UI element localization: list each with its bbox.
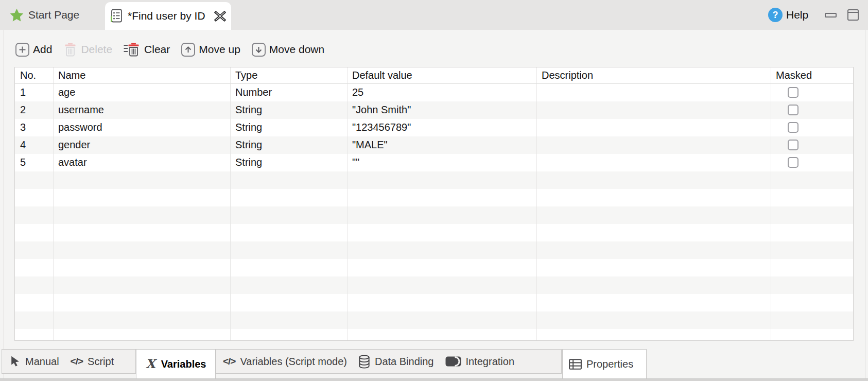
cell-empty (54, 329, 231, 341)
column-header-type[interactable]: Type (231, 67, 348, 83)
cell-empty (15, 241, 54, 259)
cell-no: 3 (15, 119, 54, 136)
cell-empty (54, 311, 231, 329)
cell-empty (54, 294, 231, 311)
empty-table-row[interactable] (15, 294, 853, 311)
empty-table-row[interactable] (15, 259, 853, 276)
cell-empty (771, 276, 853, 294)
app-window: Start Page *Find user by ID ? Help (0, 0, 868, 381)
code-icon: </> (223, 356, 235, 367)
tab-script[interactable]: </> Script (71, 350, 114, 373)
add-button[interactable]: Add (15, 43, 52, 57)
help-label: Help (786, 9, 808, 21)
tab-variables-script-mode[interactable]: </> Variables (Script mode) (223, 350, 347, 373)
masked-checkbox[interactable] (788, 105, 798, 115)
empty-table-row[interactable] (15, 224, 853, 241)
tab-find-user-by-id-label: *Find user by ID (128, 10, 205, 22)
table-header-row: No. Name Type Default value Description … (15, 67, 853, 84)
column-header-default-value[interactable]: Default value (348, 67, 537, 83)
variables-table: No. Name Type Default value Description … (14, 67, 854, 341)
cell-empty (537, 171, 771, 189)
tab-script-label: Script (88, 356, 114, 368)
cell-empty (771, 171, 853, 189)
table-row[interactable]: 1ageNumber25 (15, 84, 853, 101)
tab-integration[interactable]: Integration (445, 350, 515, 373)
cell-description (537, 84, 771, 101)
tab-start-page[interactable]: Start Page (0, 0, 105, 30)
empty-table-row[interactable] (15, 171, 853, 189)
delete-button[interactable]: Delete (63, 42, 112, 57)
tab-manual[interactable]: Manual (10, 350, 59, 373)
tab-find-user-by-id[interactable]: *Find user by ID (105, 2, 231, 30)
empty-table-row[interactable] (15, 189, 853, 206)
minimize-button[interactable] (825, 13, 837, 18)
cell-type: String (231, 101, 348, 119)
star-icon (10, 8, 24, 22)
cell-empty (15, 171, 54, 189)
cell-empty (348, 241, 537, 259)
top-tab-bar: Start Page *Find user by ID ? Help (0, 0, 868, 30)
window-bottom-edge (0, 378, 868, 381)
masked-checkbox[interactable] (788, 140, 798, 150)
cell-empty (348, 171, 537, 189)
table-row[interactable]: 5avatarString"" (15, 154, 853, 171)
cell-name: age (54, 84, 231, 101)
cell-empty (54, 259, 231, 276)
test-case-icon (110, 9, 123, 23)
cell-empty (15, 276, 54, 294)
cell-description (537, 119, 771, 136)
column-header-masked[interactable]: Masked (771, 67, 853, 83)
close-tab-icon[interactable] (214, 11, 226, 22)
column-header-name[interactable]: Name (54, 67, 231, 83)
maximize-button[interactable] (847, 9, 859, 21)
cell-empty (537, 276, 771, 294)
cell-name: gender (54, 136, 231, 154)
tab-group-secondary: </> Variables (Script mode) Data Binding… (216, 349, 562, 374)
cell-empty (231, 311, 348, 329)
cell-empty (348, 206, 537, 224)
table-row[interactable]: 2usernameString"John Smith" (15, 101, 853, 119)
tab-data-binding-label: Data Binding (375, 356, 434, 368)
clear-button[interactable]: Clear (124, 42, 170, 57)
panel-right-edge (865, 30, 865, 378)
move-up-button[interactable]: Move up (181, 43, 240, 57)
empty-table-row[interactable] (15, 206, 853, 224)
maximize-icon (848, 12, 858, 13)
empty-table-row[interactable] (15, 311, 853, 329)
cell-description (537, 154, 771, 171)
masked-checkbox[interactable] (788, 122, 798, 133)
cell-default-value: 25 (348, 84, 537, 101)
help-button[interactable]: ? Help (768, 0, 808, 30)
cell-empty (537, 259, 771, 276)
arrow-up-icon (181, 43, 195, 57)
tab-variables[interactable]: X Variables (136, 349, 216, 378)
cell-empty (348, 294, 537, 311)
column-header-no[interactable]: No. (15, 67, 54, 83)
cell-empty (15, 329, 54, 341)
cell-empty (348, 189, 537, 206)
cell-default-value: "" (348, 154, 537, 171)
trash-icon (63, 42, 77, 57)
panel-left-edge (4, 30, 4, 378)
tab-data-binding[interactable]: Data Binding (358, 350, 434, 373)
move-down-button[interactable]: Move down (252, 43, 324, 57)
variables-table-body: 1ageNumber252usernameString"John Smith"3… (15, 84, 853, 341)
table-row[interactable]: 3passwordString"123456789" (15, 119, 853, 136)
column-header-description[interactable]: Description (537, 67, 771, 83)
cell-empty (231, 294, 348, 311)
tab-properties-inner: Properties (569, 350, 633, 378)
masked-checkbox[interactable] (788, 87, 798, 98)
cell-type: Number (231, 84, 348, 101)
cursor-icon (10, 356, 21, 367)
table-row[interactable]: 4genderString"MALE" (15, 136, 853, 154)
cell-description (537, 101, 771, 119)
empty-table-row[interactable] (15, 329, 853, 341)
cell-empty (348, 329, 537, 341)
empty-table-row[interactable] (15, 241, 853, 259)
empty-table-row[interactable] (15, 276, 853, 294)
cell-empty (231, 189, 348, 206)
masked-checkbox[interactable] (788, 157, 798, 168)
cell-empty (231, 171, 348, 189)
cell-empty (537, 224, 771, 241)
tab-properties[interactable]: Properties (562, 349, 647, 378)
